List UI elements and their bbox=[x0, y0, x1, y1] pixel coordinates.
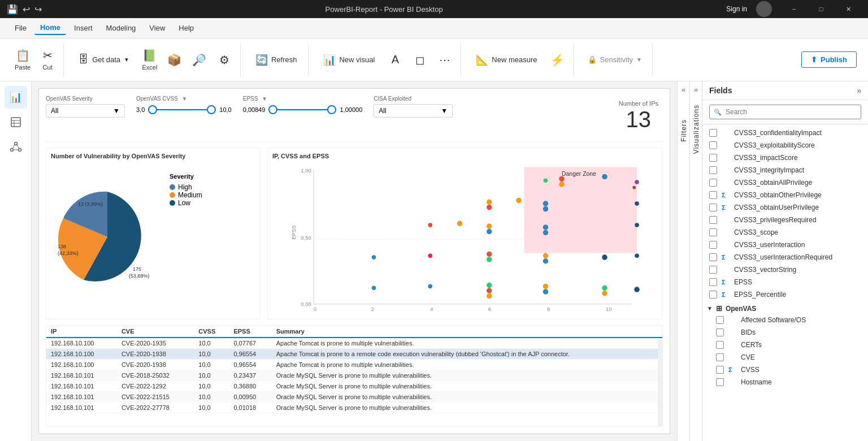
close-button[interactable]: ✕ bbox=[835, 0, 861, 18]
scatter-dot-10[interactable] bbox=[543, 201, 549, 206]
field-item[interactable]: CERTs bbox=[702, 339, 868, 351]
paste-button[interactable]: 📋 Paste bbox=[11, 44, 34, 76]
field-item[interactable]: Affected Software/OS bbox=[702, 314, 868, 326]
shapes-button[interactable]: ◻ bbox=[409, 44, 431, 76]
publish-button[interactable]: ⬆ Publish bbox=[801, 51, 857, 68]
field-checkbox[interactable] bbox=[716, 341, 724, 349]
field-checkbox[interactable] bbox=[716, 378, 724, 386]
field-checkbox[interactable] bbox=[716, 316, 724, 324]
field-checkbox[interactable] bbox=[709, 179, 717, 187]
field-item[interactable]: Σ CVSS3_obtainOtherPrivilege bbox=[702, 189, 868, 201]
table-row[interactable]: 192.168.10.100 CVE-2020-1938 10,0 0,9655… bbox=[46, 349, 662, 360]
undo-icon[interactable]: ↩ bbox=[23, 4, 30, 15]
refresh-button[interactable]: 🔄 Refresh bbox=[249, 47, 304, 72]
scatter-dot-8[interactable] bbox=[487, 200, 492, 205]
scatter-dot-1[interactable] bbox=[602, 174, 607, 180]
dataflows-button[interactable]: 📦 bbox=[163, 44, 186, 76]
field-item[interactable]: CVSS3_integrityImpact bbox=[702, 164, 868, 176]
redo-icon[interactable]: ↪ bbox=[34, 4, 42, 15]
scatter-dot-25[interactable] bbox=[543, 258, 549, 264]
save-icon[interactable]: 💾 bbox=[7, 4, 18, 15]
scatter-dot-35[interactable] bbox=[602, 286, 607, 291]
scatter-dot-21[interactable] bbox=[372, 255, 376, 260]
scatter-dot-36[interactable] bbox=[602, 291, 607, 296]
field-item[interactable]: Σ EPSS bbox=[702, 276, 868, 288]
scatter-dot-3[interactable] bbox=[559, 181, 565, 187]
openvas-severity-dropdown[interactable]: All ▼ bbox=[46, 104, 125, 118]
table-row[interactable]: 192.168.10.101 CVE-2018-25032 10,0 0,234… bbox=[46, 370, 662, 381]
field-checkbox[interactable] bbox=[716, 366, 724, 374]
scatter-dot-15[interactable] bbox=[487, 223, 492, 229]
user-avatar[interactable] bbox=[756, 1, 772, 17]
scatter-dot-29[interactable] bbox=[428, 284, 432, 289]
fields-search-input[interactable] bbox=[709, 105, 861, 119]
epss-range-handle-right[interactable] bbox=[327, 105, 336, 114]
field-item[interactable]: CVSS3_impactScore bbox=[702, 152, 868, 164]
scatter-dot-5[interactable] bbox=[635, 180, 639, 184]
scatter-dot-19[interactable] bbox=[635, 223, 639, 227]
scatter-dot-32[interactable] bbox=[487, 293, 492, 299]
datasources-button[interactable]: 🔎 bbox=[188, 44, 211, 76]
field-item[interactable]: Σ EPSS_Percentile bbox=[702, 288, 868, 301]
table-scrollbar[interactable] bbox=[658, 339, 662, 426]
more-visuals-button[interactable]: ⋯ bbox=[433, 44, 456, 76]
cvss-range-handle-left[interactable] bbox=[148, 105, 157, 114]
field-item[interactable]: CVSS3_vectorString bbox=[702, 263, 868, 276]
field-group-openvas[interactable]: ▼ ⊞ OpenVAS bbox=[702, 301, 868, 314]
epss-range-track[interactable] bbox=[268, 104, 336, 115]
filters-tab[interactable]: Filters bbox=[680, 119, 688, 142]
scatter-dot-12[interactable] bbox=[635, 201, 639, 206]
field-item[interactable]: BIDs bbox=[702, 326, 868, 339]
epss-range-handle-left[interactable] bbox=[268, 105, 277, 114]
table-row[interactable]: 192.168.10.101 CVE-2022-1292 10,0 0,3688… bbox=[46, 381, 662, 392]
signin-label[interactable]: Sign in bbox=[726, 5, 747, 13]
get-data-button[interactable]: 🗄 Get data ▼ bbox=[72, 47, 136, 72]
field-checkbox[interactable] bbox=[709, 154, 717, 162]
scatter-dot-31[interactable] bbox=[487, 288, 492, 293]
new-visual-button[interactable]: 📊 New visual bbox=[316, 47, 381, 72]
cvss-range-track[interactable] bbox=[148, 104, 216, 115]
field-item[interactable]: Σ CVSS3_userInteractionRequired bbox=[702, 251, 868, 263]
maximize-button[interactable]: □ bbox=[808, 0, 834, 18]
scatter-dot-18[interactable] bbox=[543, 230, 549, 236]
scatter-dot-13[interactable] bbox=[457, 221, 463, 227]
scatter-dot-24[interactable] bbox=[543, 253, 549, 259]
visualizations-tab[interactable]: Visualizations bbox=[692, 105, 700, 154]
scatter-dot-7[interactable] bbox=[516, 198, 522, 204]
scatter-dot-20[interactable] bbox=[428, 253, 432, 258]
scatter-dot-28[interactable] bbox=[372, 286, 376, 290]
field-item[interactable]: CVSS3_confidentialityImpact bbox=[702, 127, 868, 139]
model-view-icon[interactable] bbox=[5, 136, 27, 158]
field-checkbox[interactable] bbox=[709, 191, 717, 199]
field-checkbox[interactable] bbox=[709, 253, 717, 261]
scatter-dot-14[interactable] bbox=[428, 223, 432, 227]
fields-panel-collapse-btn[interactable]: » bbox=[857, 86, 861, 95]
field-checkbox[interactable] bbox=[709, 278, 717, 286]
table-view-icon[interactable] bbox=[5, 111, 27, 133]
minimize-button[interactable]: − bbox=[781, 0, 807, 18]
table-row[interactable]: 192.168.10.100 CVE-2020-1935 10,0 0,0776… bbox=[46, 338, 662, 349]
table-row[interactable]: 192.168.10.100 CVE-2020-1938 10,0 0,9655… bbox=[46, 360, 662, 370]
collapse-left-arrow[interactable]: « bbox=[682, 86, 685, 93]
scatter-dot-6[interactable] bbox=[632, 186, 636, 189]
collapse-right-arrow[interactable]: » bbox=[694, 86, 698, 93]
menu-view[interactable]: View bbox=[144, 21, 171, 34]
field-checkbox[interactable] bbox=[709, 204, 717, 211]
field-item[interactable]: Σ CVSS bbox=[702, 364, 868, 376]
scatter-dot-2[interactable] bbox=[559, 176, 565, 182]
field-item[interactable]: CVSS3_obtainAllPrivilege bbox=[702, 176, 868, 189]
field-checkbox[interactable] bbox=[709, 228, 717, 236]
field-checkbox[interactable] bbox=[709, 266, 717, 274]
scatter-dot-34[interactable] bbox=[543, 289, 549, 295]
scatter-dot-33[interactable] bbox=[543, 284, 549, 289]
field-checkbox[interactable] bbox=[709, 166, 717, 174]
field-item[interactable]: Σ CVSS3_obtainUserPrivilege bbox=[702, 201, 868, 214]
field-item[interactable]: CVSS3_userInteraction bbox=[702, 239, 868, 251]
scatter-dot-16[interactable] bbox=[487, 229, 492, 235]
field-checkbox[interactable] bbox=[709, 291, 717, 299]
field-checkbox[interactable] bbox=[709, 241, 717, 249]
scatter-dot-9[interactable] bbox=[487, 205, 492, 210]
menu-help[interactable]: Help bbox=[173, 21, 199, 34]
cvss-range-handle-right[interactable] bbox=[207, 105, 216, 114]
scatter-dot-11[interactable] bbox=[543, 206, 549, 212]
